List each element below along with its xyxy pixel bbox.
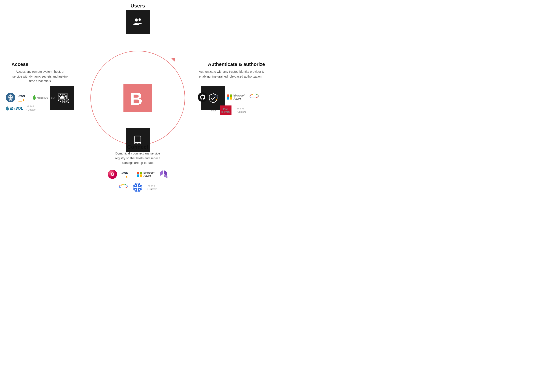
access-custom-logo: + Custom	[26, 105, 36, 111]
ms-c-blue	[137, 175, 139, 177]
svg-point-4	[139, 18, 141, 21]
connect-custom-dots	[148, 185, 155, 187]
auth-logos: aws ⎯⎯▲ Microsoft Azure	[187, 92, 270, 115]
ms-azure-connect-wrap: Microsoft Azure	[137, 171, 155, 178]
microsoft-azure-connect-logo: Microsoft Azure	[137, 171, 155, 178]
ms-red	[227, 94, 229, 97]
ms-c-red	[137, 172, 139, 174]
auth-dot2	[240, 108, 241, 109]
kubernetes-logo	[132, 182, 143, 192]
consul-icon: C	[107, 169, 117, 179]
access-custom-label: + Custom	[26, 108, 36, 111]
kubernetes-icon	[132, 182, 143, 192]
ms-azure-wrap: Microsoft Azure	[227, 94, 245, 100]
ssh-logo: SSH	[51, 96, 55, 99]
auth-logos-row2: okta PingIdentity + Custom	[211, 105, 246, 115]
github-logo	[198, 92, 208, 102]
svg-text:B: B	[130, 89, 143, 108]
auth-dot3	[242, 108, 244, 109]
remote-desktop-logo: ⚙	[58, 93, 68, 102]
ping-box: PingIdentity	[220, 105, 232, 115]
mongodb-leaf-icon	[33, 94, 36, 101]
dot2	[30, 105, 32, 107]
google-cloud-auth-logo	[249, 93, 259, 101]
users-node	[126, 10, 150, 34]
auth-title: Authenticate & authorize	[208, 62, 265, 67]
diagram-container: B Users	[0, 0, 276, 196]
ms-c-yellow	[140, 175, 142, 177]
connect-icon	[132, 135, 143, 145]
users-icon	[132, 16, 143, 27]
access-logos: PG aws ⎯⎯▲ mongoDB SSH	[5, 92, 76, 111]
connect-dot2	[151, 185, 153, 187]
ms-blue	[227, 97, 229, 99]
google-cloud-icon	[249, 93, 259, 101]
custom-dots	[27, 105, 34, 107]
ms-grid-icon	[227, 94, 232, 100]
azure-label: Azure	[233, 97, 245, 100]
ms-c-green	[140, 172, 142, 174]
aws-auth-logo: aws ⎯⎯▲	[211, 93, 223, 101]
svg-marker-33	[160, 170, 163, 176]
microsoft-azure-auth-logo: Microsoft Azure	[227, 94, 245, 100]
connect-dot1	[148, 185, 150, 187]
ping-identity-logo: PingIdentity	[220, 105, 232, 115]
google-cloud-connect-logo	[118, 183, 129, 191]
auth-custom-label: + Custom	[235, 111, 246, 113]
svg-text:PG: PG	[9, 99, 12, 101]
settings-overlay-icon: ⚙	[65, 99, 69, 103]
connect-logos-row2: + Custom	[118, 182, 157, 192]
okta-logo: okta	[211, 109, 216, 112]
access-description: Access any remote system, host, or servi…	[11, 70, 69, 84]
mysql-dolphin-icon	[5, 106, 9, 111]
auth-custom-dots	[237, 108, 244, 109]
auth-dot1	[237, 108, 239, 109]
azure-c-label: Azure	[144, 174, 155, 177]
okta-text: okta	[211, 109, 216, 112]
consul-logo: C	[107, 169, 117, 179]
postgresql-icon: PG	[5, 92, 16, 103]
center-logo: B	[123, 84, 152, 112]
dot1	[27, 105, 29, 107]
mongodb-logo: mongoDB	[33, 94, 48, 101]
ping-text: PingIdentity	[221, 108, 230, 113]
dot3	[33, 105, 34, 107]
connect-logos: C aws ⎯⎯▲	[107, 169, 168, 192]
connect-description: Dynamically connect any service registry…	[111, 151, 164, 165]
aws-connect-logo: aws ⎯⎯▲	[122, 170, 133, 178]
ms-grid-connect-icon	[137, 172, 142, 177]
svg-point-20	[11, 96, 12, 97]
brand-logo-svg: B	[128, 88, 148, 108]
ms-azure-connect-text: Microsoft Azure	[144, 171, 155, 178]
svg-point-19	[9, 96, 10, 97]
aws-access-logo: aws ⎯⎯▲	[18, 94, 30, 101]
github-svg	[200, 94, 206, 100]
postgresql-logo: PG	[5, 92, 16, 103]
connect-dot3	[154, 185, 155, 187]
ms-green	[230, 94, 232, 97]
auth-description: Authenticate with any trusted identity p…	[199, 70, 265, 79]
svg-rect-2	[139, 104, 141, 105]
connect-custom-label: + Custom	[146, 188, 157, 190]
ms-azure-text: Microsoft Azure	[233, 94, 245, 100]
terraform-icon	[159, 169, 168, 179]
svg-point-3	[135, 18, 138, 21]
auth-custom-logo: + Custom	[235, 108, 246, 113]
svg-point-37	[137, 186, 139, 189]
google-cloud-connect-icon	[118, 183, 129, 191]
auth-logos-row1: aws ⎯⎯▲ Microsoft Azure	[198, 92, 259, 102]
ms-c-label: Microsoft	[144, 171, 155, 174]
connect-logos-row1: C aws ⎯⎯▲	[107, 169, 168, 179]
ms-label: Microsoft	[233, 94, 245, 97]
connect-custom-logo: + Custom	[146, 185, 157, 190]
svg-rect-1	[141, 102, 143, 104]
users-label: Users	[130, 3, 145, 9]
svg-text:⚙: ⚙	[65, 99, 68, 102]
terraform-logo	[159, 169, 168, 179]
github-icon	[198, 92, 208, 102]
access-title: Access	[11, 62, 28, 67]
mysql-logo: MySQL	[5, 106, 23, 111]
ms-yellow	[230, 97, 232, 99]
